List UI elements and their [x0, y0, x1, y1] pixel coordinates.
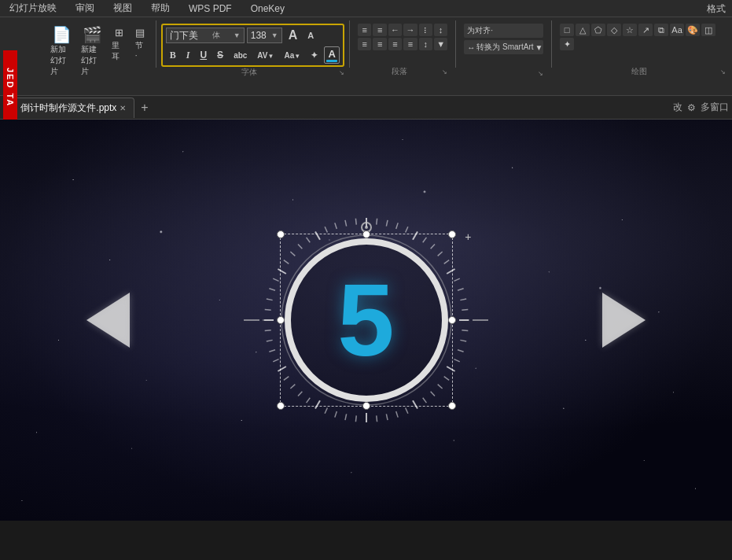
svg-line-17	[460, 340, 466, 341]
align-center-button[interactable]: ≡	[373, 38, 386, 50]
tab-settings-2[interactable]: ⚙	[687, 102, 696, 113]
handle-bottom-middle[interactable]	[362, 402, 370, 410]
italic-button[interactable]: I	[182, 48, 194, 63]
font-size-chevron: ▼	[271, 31, 278, 39]
svg-line-46	[264, 309, 270, 310]
svg-line-16	[462, 330, 468, 331]
justify-button[interactable]: ≡	[403, 38, 417, 50]
tab-file[interactable]: P 倒计时制作源文件.pptx ✕	[3, 98, 134, 118]
indent-increase-button[interactable]: →	[403, 24, 417, 36]
smartart-expand[interactable]: ↘	[538, 70, 543, 77]
svg-line-41	[273, 359, 278, 362]
add-slide-icon: 📄	[52, 27, 72, 42]
font-section-footer: 字体 ↘	[161, 67, 344, 79]
svg-line-3	[395, 223, 397, 229]
align-right-button[interactable]: ≡	[388, 38, 402, 50]
shape-1-button[interactable]: □	[560, 24, 574, 36]
font-color-button[interactable]: A	[324, 46, 340, 64]
menu-item-slideshow[interactable]: 幻灯片放映	[6, 0, 60, 17]
svg-line-44	[264, 330, 270, 331]
svg-line-1	[376, 219, 377, 225]
more-para-button[interactable]: ▼	[434, 38, 447, 50]
new-slide-icon: 🎬	[83, 27, 102, 42]
svg-line-18	[458, 350, 464, 352]
add-slide-button[interactable]: 📄 新加幻灯片	[47, 25, 75, 79]
para-section-expand[interactable]: ↘	[442, 68, 447, 76]
shape-6-button[interactable]: ↗	[638, 24, 653, 36]
svg-line-48	[269, 289, 275, 290]
shape-4-button[interactable]: ◇	[607, 24, 621, 36]
underline-button[interactable]: U	[196, 48, 211, 62]
prev-slide-arrow[interactable]	[86, 293, 130, 348]
handle-middle-right[interactable]	[448, 316, 456, 324]
svg-line-2	[386, 220, 388, 227]
next-slide-arrow[interactable]	[602, 293, 646, 348]
spacing-button[interactable]: AV▼	[253, 50, 278, 61]
svg-line-28	[386, 414, 388, 420]
menu-item-review[interactable]: 审阅	[72, 0, 97, 17]
shape-2-button[interactable]: △	[576, 24, 590, 36]
svg-line-12	[458, 289, 464, 290]
handle-bottom-left[interactable]	[277, 402, 285, 410]
svg-line-42	[269, 350, 275, 352]
add-element-handle[interactable]: +	[465, 230, 471, 243]
para-section: ≡ ≡ ← → ⫶ ↕ ≡ ≡ ≡ ≡ ↕ ▼ 段落 ↘	[355, 20, 451, 80]
quick-styles-button[interactable]: Aa	[670, 24, 684, 36]
selection-handles: +	[280, 234, 453, 407]
effect-button[interactable]: ✦	[560, 38, 574, 50]
handle-top-right[interactable]	[448, 230, 456, 238]
shape-5-button[interactable]: ☆	[623, 24, 637, 36]
multi-window-button[interactable]: 多窗口	[701, 101, 729, 114]
menu-item-wpspdf[interactable]: WPS PDF	[186, 2, 235, 16]
align-left-button[interactable]: ≡	[358, 38, 371, 50]
font-row2: B I U S abc AV▼ Aa▼ ✦ A	[166, 46, 340, 64]
clear-format-button[interactable]: ✦	[307, 49, 322, 62]
text-direction-button[interactable]: ↕	[434, 24, 447, 36]
layout-button[interactable]: ⊞ 里耳	[109, 25, 130, 64]
handle-bottom-right[interactable]	[448, 402, 456, 410]
convert-smartart-button[interactable]: ↔ 转换为 SmartArt ▼	[464, 40, 543, 54]
line-spacing-button[interactable]: ↕	[419, 38, 432, 50]
handle-middle-left[interactable]	[277, 316, 285, 324]
svg-line-34	[325, 407, 327, 413]
arrange-button[interactable]: ⧉	[654, 24, 668, 36]
align-button[interactable]: 为对齐·	[464, 24, 543, 38]
indent-decrease-button[interactable]: ←	[388, 24, 402, 36]
new-slide-button[interactable]: 🎬 新建幻灯片	[78, 25, 106, 79]
countdown-element[interactable]: 5 +	[276, 230, 457, 411]
shadow-button[interactable]: abc	[230, 50, 251, 61]
svg-line-11	[454, 278, 459, 281]
tabs-bar: P 倒计时制作源文件.pptx ✕ + 改 ⚙ 多窗口	[0, 96, 732, 120]
numbered-list-button[interactable]: ≡	[373, 24, 386, 36]
columns-button[interactable]: ⫶	[419, 24, 432, 36]
handle-top-left[interactable]	[277, 230, 285, 238]
menu-item-onekey[interactable]: OneKey	[248, 2, 288, 16]
para-row1: ≡ ≡ ← → ⫶ ↕	[358, 24, 447, 36]
font-name-chevron: ▼	[234, 31, 241, 39]
fill-button[interactable]: 🎨	[686, 24, 700, 36]
font-row1: 门下美 体 ▼ 138 ▼ A A	[166, 27, 340, 44]
menu-item-view[interactable]: 视图	[110, 0, 135, 17]
tab-settings-1[interactable]: 改	[673, 101, 682, 114]
tab-close-button[interactable]: ✕	[120, 104, 126, 112]
font-size-increase-button[interactable]: A	[285, 27, 302, 44]
tab-add-button[interactable]: +	[136, 101, 153, 115]
draw-section-expand[interactable]: ↘	[720, 68, 726, 76]
font-size-dropdown[interactable]: 138 ▼	[247, 28, 282, 43]
outline-button[interactable]: ◫	[701, 24, 715, 36]
shape-3-button[interactable]: ⬠	[591, 24, 605, 36]
section-button[interactable]: ▤ 节·	[132, 25, 148, 61]
svg-line-29	[376, 415, 377, 422]
font-size-decrease-button[interactable]: A	[303, 29, 318, 42]
svg-line-4	[405, 227, 407, 232]
bold-button[interactable]: B	[166, 48, 180, 63]
svg-line-56	[325, 227, 327, 232]
svg-line-59	[355, 219, 356, 225]
font-name-dropdown[interactable]: 门下美 体 ▼	[166, 28, 245, 43]
font-section-expand[interactable]: ↘	[339, 69, 344, 76]
menu-item-help[interactable]: 帮助	[148, 0, 173, 17]
case-button[interactable]: Aa▼	[280, 50, 304, 61]
handle-top-middle[interactable]	[362, 230, 370, 238]
bullet-list-button[interactable]: ≡	[358, 24, 371, 36]
strikethrough-button[interactable]: S	[213, 48, 227, 62]
